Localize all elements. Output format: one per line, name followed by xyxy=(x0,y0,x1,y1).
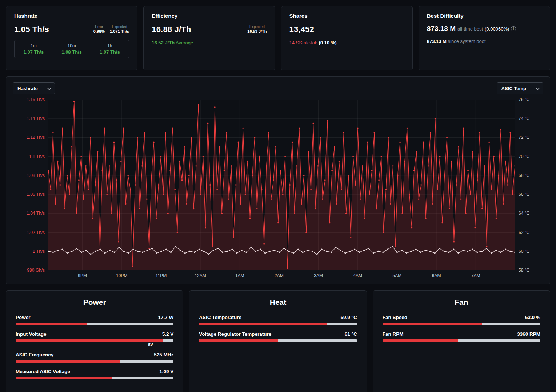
shares-card: Shares 13,452 14 SStaleJob (0.10 %) xyxy=(281,6,413,70)
measured-voltage-value: 1.09 V xyxy=(159,369,173,374)
x-axis-label: 11PM xyxy=(156,273,167,278)
avg-1h-value: 1.07 Th/s xyxy=(91,49,129,55)
power-value: 17.7 W xyxy=(158,315,174,320)
boot-difficulty-value: 873.13 M xyxy=(427,39,447,44)
asic-temperature-bar xyxy=(199,323,357,325)
avg-1m-value: 1.07 Th/s xyxy=(15,49,53,55)
y-axis-label-left: 1.08 Th/s xyxy=(27,173,45,178)
rejected-percent: (0.10 %) xyxy=(319,40,336,45)
hashrate-expected: Expected 1.071 Th/s xyxy=(110,25,129,33)
avg-1m: 1m 1.07 Th/s xyxy=(15,43,53,55)
best-difficulty-card: Best Difficulty 873.13 M all-time best (… xyxy=(419,6,550,70)
y-axis-label-right: 76 °C xyxy=(519,97,529,102)
avg-10m-label: 10m xyxy=(53,43,91,48)
fan-rpm-row: Fan RPM 3360 RPM xyxy=(383,331,540,342)
y-axis-left: 1.16 Th/s1.14 Th/s1.12 Th/s1.1 Th/s1.08 … xyxy=(13,100,45,270)
asic-frequency-label: ASIC Frequency xyxy=(16,352,53,357)
measured-voltage-row: Measured ASIC Voltage 1.09 V xyxy=(16,369,173,379)
x-axis-label: 12AM xyxy=(195,273,206,278)
asic-temperature-label: ASIC Temperature xyxy=(199,315,241,320)
hashrate-error: Error 0.98% xyxy=(93,25,105,33)
efficiency-value: 16.88 J/Th xyxy=(152,25,191,34)
y-axis-label-left: 1.16 Th/s xyxy=(27,97,45,102)
efficiency-expected: Expected 16.53 J/Th xyxy=(247,25,267,33)
hashrate-averages-box: 1m 1.07 Th/s 10m 1.08 Th/s 1h 1.07 Th/s xyxy=(14,40,129,58)
avg-10m-value: 1.08 Th/s xyxy=(53,49,91,55)
asic-frequency-row: ASIC Frequency 525 MHz xyxy=(16,352,173,363)
vr-temperature-label: Voltage Regulator Temperature xyxy=(199,331,271,337)
efficiency-expected-value: 16.53 J/Th xyxy=(247,29,267,33)
y-axis-label-right: 60 °C xyxy=(519,249,529,254)
heat-card-title: Heat xyxy=(199,298,357,307)
y-axis-label-left: 1 Th/s xyxy=(33,249,45,254)
left-series-select[interactable]: Hashrate xyxy=(13,82,55,94)
y-axis-label-left: 1.1 Th/s xyxy=(29,154,45,159)
chevron-down-icon xyxy=(47,86,51,90)
y-axis-label-left: 1.04 Th/s xyxy=(27,211,45,216)
input-voltage-label: Input Voltage xyxy=(16,331,47,337)
x-axis-label: 2AM xyxy=(275,273,284,278)
efficiency-average-line: 16.52 J/Th Average xyxy=(152,40,267,45)
y-axis-label-right: 70 °C xyxy=(519,154,529,159)
alltime-best-label: all-time best xyxy=(457,26,483,32)
boot-difficulty-label: since system boot xyxy=(448,39,486,44)
expected-label: Expected xyxy=(110,25,129,29)
y-axis-right: 76 °C74 °C72 °C70 °C68 °C66 °C64 °C62 °C… xyxy=(519,100,543,270)
input-voltage-value: 5.2 V xyxy=(162,331,174,337)
y-axis-label-left: 1.14 Th/s xyxy=(27,116,45,121)
error-label: Error xyxy=(93,25,105,29)
y-axis-label-left: 980 Gh/s xyxy=(27,268,45,273)
hashrate-temp-chart[interactable] xyxy=(48,100,515,270)
dashboard: Hashrate 1.05 Th/s Error 0.98% Expected … xyxy=(0,0,556,392)
x-axis-label: 7AM xyxy=(471,273,480,278)
power-card-title: Power xyxy=(16,298,173,307)
y-axis-label-right: 58 °C xyxy=(519,268,529,273)
nominal-voltage-marker: 5V xyxy=(148,343,153,347)
x-axis-label: 5AM xyxy=(393,273,402,278)
y-axis-label-left: 1.06 Th/s xyxy=(27,192,45,197)
meter-cards-row: Power Power 17.7 W Input Voltage 5.2 V 5… xyxy=(6,290,550,392)
fan-card-title: Fan xyxy=(383,298,540,307)
efficiency-expected-label: Expected xyxy=(247,25,267,29)
power-bar xyxy=(16,323,173,325)
efficiency-average-value: 16.52 J/Th xyxy=(152,40,175,45)
y-axis-label-right: 72 °C xyxy=(519,135,529,140)
alltime-best-line: 873.13 M all-time best (0.00060%) i xyxy=(427,25,542,33)
asic-frequency-bar xyxy=(16,360,173,363)
right-series-select[interactable]: ASIC Temp xyxy=(497,82,543,94)
measured-voltage-label: Measured ASIC Voltage xyxy=(16,369,70,374)
chart-header: Hashrate ASIC Temp xyxy=(13,82,543,94)
vr-temperature-value: 61 °C xyxy=(345,331,357,337)
stat-cards-row: Hashrate 1.05 Th/s Error 0.98% Expected … xyxy=(6,6,550,70)
avg-1h-label: 1h xyxy=(91,43,129,48)
chart-plot[interactable] xyxy=(48,100,515,270)
x-axis-label: 3AM xyxy=(314,273,323,278)
chevron-down-icon xyxy=(536,86,540,90)
shares-value: 13,452 xyxy=(289,25,404,34)
y-axis-label-right: 62 °C xyxy=(519,230,529,235)
info-icon[interactable]: i xyxy=(511,26,516,31)
alltime-best-percent: (0.00060%) xyxy=(485,26,509,32)
fan-speed-row: Fan Speed 63.0 % xyxy=(383,315,540,325)
x-axis-label: 6AM xyxy=(432,273,441,278)
efficiency-card: Efficiency 16.88 J/Th Expected 16.53 J/T… xyxy=(143,6,275,70)
chart-area: 1.16 Th/s1.14 Th/s1.12 Th/s1.1 Th/s1.08 … xyxy=(13,100,543,270)
y-axis-label-right: 66 °C xyxy=(519,192,529,197)
expected-value: 1.071 Th/s xyxy=(110,29,129,33)
y-axis-label-left: 1.12 Th/s xyxy=(27,135,45,140)
rejected-count: 14 xyxy=(289,40,295,45)
efficiency-average-label: Average xyxy=(176,40,193,45)
heat-card: Heat ASIC Temperature 59.9 °C Voltage Re… xyxy=(189,290,367,392)
hashrate-card: Hashrate 1.05 Th/s Error 0.98% Expected … xyxy=(6,6,137,70)
efficiency-card-title: Efficiency xyxy=(152,13,267,19)
x-axis-label: 10PM xyxy=(116,273,127,278)
chart-panel: Hashrate ASIC Temp 1.16 Th/s1.14 Th/s1.1… xyxy=(6,76,550,284)
avg-1m-label: 1m xyxy=(15,43,53,48)
fan-rpm-label: Fan RPM xyxy=(383,331,404,337)
x-axis-label: 4AM xyxy=(353,273,362,278)
measured-voltage-bar xyxy=(16,377,173,379)
fan-rpm-value: 3360 RPM xyxy=(517,331,540,337)
power-label: Power xyxy=(16,315,31,320)
y-axis-label-left: 1.02 Th/s xyxy=(27,230,45,235)
y-axis-label-right: 64 °C xyxy=(519,211,529,216)
